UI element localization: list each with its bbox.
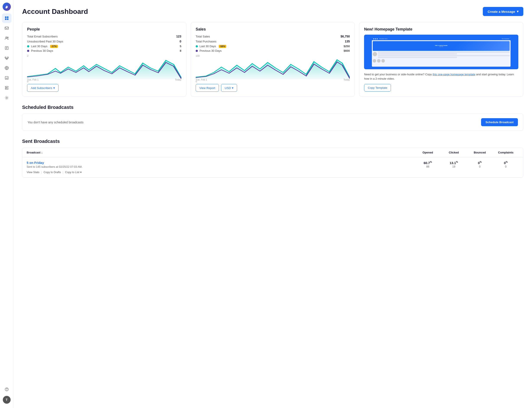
bounced-pct: 0% xyxy=(467,161,493,165)
avatar[interactable]: T xyxy=(3,396,11,404)
svg-point-16 xyxy=(7,390,7,391)
table-row: 5 on Friday Sent to 145 subscribers at 0… xyxy=(22,157,523,178)
total-sales-row: Total Sales $6,750 xyxy=(196,35,350,38)
clicked-pct: 13.1% xyxy=(441,161,467,165)
people-last30-row: Last 30 Days -37% 5 xyxy=(27,45,181,48)
clicked-cell: 13.1% 19 xyxy=(441,161,467,168)
sidebar-item-messages[interactable] xyxy=(2,23,11,33)
copy-to-list-chevron[interactable]: ▾ xyxy=(80,170,82,174)
svg-rect-2 xyxy=(5,18,7,20)
col-header-bounced: Bounced xyxy=(467,151,493,154)
sent-broadcasts-table: Broadcast ↓ Opened Clicked Bounced Compl… xyxy=(22,148,523,178)
sidebar-item-integrations[interactable] xyxy=(2,83,11,93)
sent-broadcasts-title: Sent Broadcasts xyxy=(22,138,523,144)
svg-rect-8 xyxy=(5,57,6,58)
sidebar-item-audience[interactable] xyxy=(2,33,11,43)
col-header-complaints: Complaints xyxy=(493,151,519,154)
total-subscribers-row: Total Email Subscribers 123 xyxy=(27,35,181,38)
template-card: New! Homepage Template Newsletter Name V… xyxy=(359,22,523,97)
scheduled-broadcasts-section: Scheduled Broadcasts You don't have any … xyxy=(22,104,523,131)
opened-pct: 60.7% xyxy=(415,161,441,165)
clicked-count: 19 xyxy=(441,165,467,168)
template-card-title: New! Homepage Template xyxy=(364,27,518,32)
broadcast-cell: 5 on Friday Sent to 145 subscribers at 0… xyxy=(27,161,415,174)
col-header-broadcast: Broadcast ↓ xyxy=(27,151,415,154)
template-card-actions: Copy Template xyxy=(364,84,518,92)
copy-to-drafts-link[interactable]: Copy to Drafts xyxy=(44,171,61,174)
svg-point-12 xyxy=(6,67,7,69)
people-prev30-row: Previous 30 Days 8 xyxy=(27,49,181,52)
usd-button[interactable]: USD ▾ xyxy=(221,84,237,92)
col-header-clicked: Clicked xyxy=(441,151,467,154)
table-header-row: Broadcast ↓ Opened Clicked Bounced Compl… xyxy=(22,148,523,157)
sidebar-bottom: T xyxy=(2,385,11,405)
opened-cell: 60.7% 88 xyxy=(415,161,441,168)
scheduled-broadcasts-title: Scheduled Broadcasts xyxy=(22,104,523,110)
broadcast-row-actions: View Stats | Copy to Drafts | Copy to Li… xyxy=(27,170,415,174)
bounced-count: 0 xyxy=(467,165,493,168)
sales-prev30-row: Previous 30 Days $600 xyxy=(196,49,350,52)
page-header: Account Dashboard Create a Message ▾ xyxy=(22,7,523,16)
sidebar-item-dashboard[interactable] xyxy=(2,13,11,23)
copy-to-list-link[interactable]: Copy to List xyxy=(65,171,79,174)
purple-dot xyxy=(27,50,29,52)
teal-dot xyxy=(27,45,29,47)
add-subscribers-button[interactable]: Add Subscribers ▾ xyxy=(27,84,59,92)
view-stats-link[interactable]: View Stats xyxy=(27,171,39,174)
scheduled-broadcasts-box: You don't have any scheduled broadcasts … xyxy=(22,114,523,131)
svg-point-14 xyxy=(6,97,7,99)
main-content: Account Dashboard Create a Message ▾ Peo… xyxy=(13,0,532,408)
sidebar-item-forms[interactable] xyxy=(2,43,11,53)
sent-broadcasts-section: Sent Broadcasts Broadcast ↓ Opened Click… xyxy=(22,138,523,178)
bounced-cell: 0% 0 xyxy=(467,161,493,168)
purple-dot-sales xyxy=(196,50,198,52)
sales-chart: 100 0 xyxy=(196,55,350,76)
app-logo[interactable] xyxy=(3,3,11,11)
complaints-cell: 0% 0 xyxy=(493,161,519,168)
svg-rect-4 xyxy=(5,27,9,29)
total-purchases-row: Total Purchases 135 xyxy=(196,40,350,43)
people-card-title: People xyxy=(27,27,181,32)
svg-rect-0 xyxy=(5,17,7,18)
complaints-count: 0 xyxy=(493,165,519,168)
people-card: People Total Email Subscribers 123 Unsub… xyxy=(22,22,186,97)
broadcast-meta: Sent to 145 subscribers at 02/25/22 07:0… xyxy=(27,165,415,168)
broadcast-name-link[interactable]: 5 on Friday xyxy=(27,161,44,164)
svg-rect-3 xyxy=(7,18,9,20)
complaints-pct: 0% xyxy=(493,161,519,165)
svg-rect-1 xyxy=(7,17,9,18)
copy-template-button[interactable]: Copy Template xyxy=(364,84,391,92)
sales-card-actions: View Report USD ▾ xyxy=(196,84,350,92)
sidebar-item-help[interactable] xyxy=(2,385,11,394)
template-description: Need to get your business or side-hustle… xyxy=(364,72,518,81)
col-header-opened: Opened xyxy=(415,151,441,154)
sidebar: T xyxy=(0,0,13,408)
create-message-button[interactable]: Create a Message ▾ xyxy=(483,7,523,16)
template-inner: Newsletter Name View Newsletter Add a ca… xyxy=(372,37,511,67)
sales-last30-row: Last 30 Days -58% $250 xyxy=(196,45,350,48)
page-title: Account Dashboard xyxy=(22,8,88,16)
sidebar-item-filters[interactable] xyxy=(2,63,11,73)
sidebar-item-reports[interactable] xyxy=(2,73,11,83)
teal-dot-sales xyxy=(196,45,198,47)
svg-rect-9 xyxy=(7,57,9,58)
sidebar-item-automations[interactable] xyxy=(2,53,11,63)
svg-point-5 xyxy=(6,37,7,38)
svg-point-6 xyxy=(7,37,8,38)
people-card-actions: Add Subscribers ▾ xyxy=(27,84,181,92)
template-link[interactable]: this one-page homepage template xyxy=(433,73,475,76)
sidebar-nav xyxy=(0,13,13,384)
schedule-broadcast-button[interactable]: Schedule Broadcast xyxy=(481,118,518,126)
scheduled-broadcasts-empty: You don't have any scheduled broadcasts xyxy=(27,120,83,124)
people-chart: 2 xyxy=(27,55,181,76)
opened-count: 88 xyxy=(415,165,441,168)
sales-card-title: Sales xyxy=(196,27,350,32)
unsubscribed-row: Unsubscribed Past 30 Days 0 xyxy=(27,40,181,43)
sales-card: Sales Total Sales $6,750 Total Purchases… xyxy=(191,22,355,97)
sidebar-item-settings[interactable] xyxy=(2,93,11,102)
cards-row: People Total Email Subscribers 123 Unsub… xyxy=(22,22,523,97)
template-preview-image: Newsletter Name View Newsletter Add a ca… xyxy=(364,35,518,69)
view-report-button[interactable]: View Report xyxy=(196,84,219,92)
